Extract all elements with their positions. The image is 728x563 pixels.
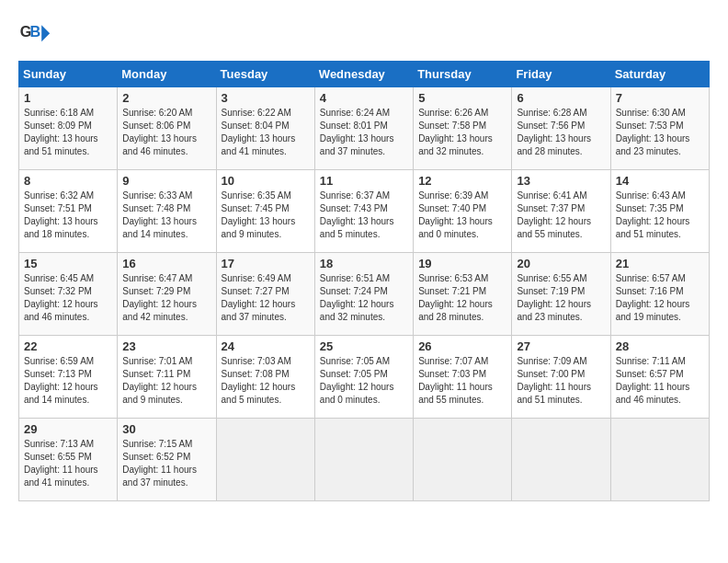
day-info: Sunrise: 6:33 AM Sunset: 7:48 PM Dayligh… bbox=[122, 190, 210, 241]
calendar-cell: 21Sunrise: 6:57 AM Sunset: 7:16 PM Dayli… bbox=[610, 253, 709, 336]
day-header-saturday: Saturday bbox=[610, 62, 709, 87]
day-info: Sunrise: 6:18 AM Sunset: 8:09 PM Dayligh… bbox=[24, 107, 112, 158]
calendar-cell: 12Sunrise: 6:39 AM Sunset: 7:40 PM Dayli… bbox=[414, 170, 512, 253]
calendar-cell bbox=[512, 419, 610, 501]
day-number: 30 bbox=[122, 422, 210, 436]
calendar-cell: 15Sunrise: 6:45 AM Sunset: 7:32 PM Dayli… bbox=[19, 253, 118, 336]
day-number: 22 bbox=[24, 339, 112, 353]
calendar-cell: 17Sunrise: 6:49 AM Sunset: 7:27 PM Dayli… bbox=[216, 253, 314, 336]
day-number: 11 bbox=[320, 174, 408, 188]
calendar-cell: 27Sunrise: 7:09 AM Sunset: 7:00 PM Dayli… bbox=[512, 336, 610, 419]
day-number: 10 bbox=[222, 174, 310, 188]
day-info: Sunrise: 7:09 AM Sunset: 7:00 PM Dayligh… bbox=[517, 355, 605, 407]
calendar-body: 1Sunrise: 6:18 AM Sunset: 8:09 PM Daylig… bbox=[19, 87, 710, 501]
day-number: 27 bbox=[517, 339, 605, 353]
svg-text:B: B bbox=[30, 23, 41, 40]
day-info: Sunrise: 6:30 AM Sunset: 7:53 PM Dayligh… bbox=[616, 107, 704, 158]
day-number: 19 bbox=[418, 257, 506, 270]
day-info: Sunrise: 7:01 AM Sunset: 7:11 PM Dayligh… bbox=[122, 355, 210, 407]
calendar-week-5: 29Sunrise: 7:13 AM Sunset: 6:55 PM Dayli… bbox=[19, 419, 710, 501]
day-number: 3 bbox=[222, 91, 310, 105]
day-number: 17 bbox=[222, 257, 310, 270]
calendar-table: SundayMondayTuesdayWednesdayThursdayFrid… bbox=[18, 61, 710, 501]
day-header-tuesday: Tuesday bbox=[216, 62, 314, 87]
day-number: 23 bbox=[122, 339, 210, 353]
calendar-week-4: 22Sunrise: 6:59 AM Sunset: 7:13 PM Dayli… bbox=[19, 336, 710, 419]
calendar-week-3: 15Sunrise: 6:45 AM Sunset: 7:32 PM Dayli… bbox=[19, 253, 710, 336]
calendar-cell: 6Sunrise: 6:28 AM Sunset: 7:56 PM Daylig… bbox=[512, 87, 610, 170]
calendar-cell: 30Sunrise: 7:15 AM Sunset: 6:52 PM Dayli… bbox=[118, 419, 216, 501]
logo-icon: G B bbox=[18, 18, 51, 52]
calendar-cell: 19Sunrise: 6:53 AM Sunset: 7:21 PM Dayli… bbox=[414, 253, 512, 336]
day-number: 9 bbox=[122, 174, 210, 188]
day-number: 13 bbox=[517, 174, 605, 188]
day-header-wednesday: Wednesday bbox=[314, 62, 413, 87]
day-number: 29 bbox=[24, 422, 112, 436]
calendar-cell: 13Sunrise: 6:41 AM Sunset: 7:37 PM Dayli… bbox=[512, 170, 610, 253]
day-number: 5 bbox=[418, 91, 506, 105]
day-info: Sunrise: 6:37 AM Sunset: 7:43 PM Dayligh… bbox=[320, 190, 408, 241]
day-info: Sunrise: 6:55 AM Sunset: 7:19 PM Dayligh… bbox=[517, 272, 605, 324]
logo: G B bbox=[18, 18, 55, 52]
day-info: Sunrise: 6:28 AM Sunset: 7:56 PM Dayligh… bbox=[517, 107, 605, 158]
calendar-week-1: 1Sunrise: 6:18 AM Sunset: 8:09 PM Daylig… bbox=[19, 87, 710, 170]
day-number: 7 bbox=[616, 91, 704, 105]
calendar-cell: 10Sunrise: 6:35 AM Sunset: 7:45 PM Dayli… bbox=[216, 170, 314, 253]
day-info: Sunrise: 6:20 AM Sunset: 8:06 PM Dayligh… bbox=[122, 107, 210, 158]
calendar-cell: 7Sunrise: 6:30 AM Sunset: 7:53 PM Daylig… bbox=[610, 87, 709, 170]
day-number: 8 bbox=[24, 174, 112, 188]
calendar-cell: 28Sunrise: 7:11 AM Sunset: 6:57 PM Dayli… bbox=[610, 336, 709, 419]
calendar-cell bbox=[314, 419, 413, 501]
day-info: Sunrise: 6:45 AM Sunset: 7:32 PM Dayligh… bbox=[24, 272, 112, 324]
day-number: 15 bbox=[24, 257, 112, 270]
day-info: Sunrise: 7:15 AM Sunset: 6:52 PM Dayligh… bbox=[122, 438, 210, 489]
day-number: 28 bbox=[616, 339, 704, 353]
day-number: 21 bbox=[616, 257, 704, 270]
day-number: 14 bbox=[616, 174, 704, 188]
calendar-cell: 24Sunrise: 7:03 AM Sunset: 7:08 PM Dayli… bbox=[216, 336, 314, 419]
day-header-sunday: Sunday bbox=[19, 62, 118, 87]
calendar-cell: 26Sunrise: 7:07 AM Sunset: 7:03 PM Dayli… bbox=[414, 336, 512, 419]
day-number: 1 bbox=[24, 91, 112, 105]
calendar-cell: 20Sunrise: 6:55 AM Sunset: 7:19 PM Dayli… bbox=[512, 253, 610, 336]
day-info: Sunrise: 6:49 AM Sunset: 7:27 PM Dayligh… bbox=[222, 272, 310, 324]
day-info: Sunrise: 7:07 AM Sunset: 7:03 PM Dayligh… bbox=[418, 355, 506, 407]
calendar-cell: 18Sunrise: 6:51 AM Sunset: 7:24 PM Dayli… bbox=[314, 253, 413, 336]
day-info: Sunrise: 6:59 AM Sunset: 7:13 PM Dayligh… bbox=[24, 355, 112, 407]
day-info: Sunrise: 6:26 AM Sunset: 7:58 PM Dayligh… bbox=[418, 107, 506, 158]
day-info: Sunrise: 6:51 AM Sunset: 7:24 PM Dayligh… bbox=[320, 272, 408, 324]
day-info: Sunrise: 6:24 AM Sunset: 8:01 PM Dayligh… bbox=[320, 107, 408, 158]
day-info: Sunrise: 6:39 AM Sunset: 7:40 PM Dayligh… bbox=[418, 190, 506, 241]
calendar-week-2: 8Sunrise: 6:32 AM Sunset: 7:51 PM Daylig… bbox=[19, 170, 710, 253]
calendar-cell: 1Sunrise: 6:18 AM Sunset: 8:09 PM Daylig… bbox=[19, 87, 118, 170]
calendar-cell bbox=[414, 419, 512, 501]
calendar-cell: 11Sunrise: 6:37 AM Sunset: 7:43 PM Dayli… bbox=[314, 170, 413, 253]
calendar-cell bbox=[216, 419, 314, 501]
day-number: 26 bbox=[418, 339, 506, 353]
calendar-cell: 8Sunrise: 6:32 AM Sunset: 7:51 PM Daylig… bbox=[19, 170, 118, 253]
calendar-cell: 5Sunrise: 6:26 AM Sunset: 7:58 PM Daylig… bbox=[414, 87, 512, 170]
day-header-monday: Monday bbox=[118, 62, 216, 87]
calendar-cell: 25Sunrise: 7:05 AM Sunset: 7:05 PM Dayli… bbox=[314, 336, 413, 419]
day-info: Sunrise: 7:13 AM Sunset: 6:55 PM Dayligh… bbox=[24, 438, 112, 489]
calendar-cell: 4Sunrise: 6:24 AM Sunset: 8:01 PM Daylig… bbox=[314, 87, 413, 170]
day-info: Sunrise: 6:53 AM Sunset: 7:21 PM Dayligh… bbox=[418, 272, 506, 324]
calendar-cell: 9Sunrise: 6:33 AM Sunset: 7:48 PM Daylig… bbox=[118, 170, 216, 253]
day-info: Sunrise: 7:03 AM Sunset: 7:08 PM Dayligh… bbox=[222, 355, 310, 407]
calendar-cell: 16Sunrise: 6:47 AM Sunset: 7:29 PM Dayli… bbox=[118, 253, 216, 336]
calendar-cell: 29Sunrise: 7:13 AM Sunset: 6:55 PM Dayli… bbox=[19, 419, 118, 501]
day-info: Sunrise: 7:05 AM Sunset: 7:05 PM Dayligh… bbox=[320, 355, 408, 407]
day-info: Sunrise: 6:22 AM Sunset: 8:04 PM Dayligh… bbox=[222, 107, 310, 158]
day-header-thursday: Thursday bbox=[414, 62, 512, 87]
day-info: Sunrise: 7:11 AM Sunset: 6:57 PM Dayligh… bbox=[616, 355, 704, 407]
day-number: 18 bbox=[320, 257, 408, 270]
day-number: 2 bbox=[122, 91, 210, 105]
day-number: 4 bbox=[320, 91, 408, 105]
day-info: Sunrise: 6:35 AM Sunset: 7:45 PM Dayligh… bbox=[222, 190, 310, 241]
day-info: Sunrise: 6:32 AM Sunset: 7:51 PM Dayligh… bbox=[24, 190, 112, 241]
day-number: 6 bbox=[517, 91, 605, 105]
day-info: Sunrise: 6:43 AM Sunset: 7:35 PM Dayligh… bbox=[616, 190, 704, 241]
day-header-friday: Friday bbox=[512, 62, 610, 87]
day-info: Sunrise: 6:47 AM Sunset: 7:29 PM Dayligh… bbox=[122, 272, 210, 324]
day-number: 12 bbox=[418, 174, 506, 188]
